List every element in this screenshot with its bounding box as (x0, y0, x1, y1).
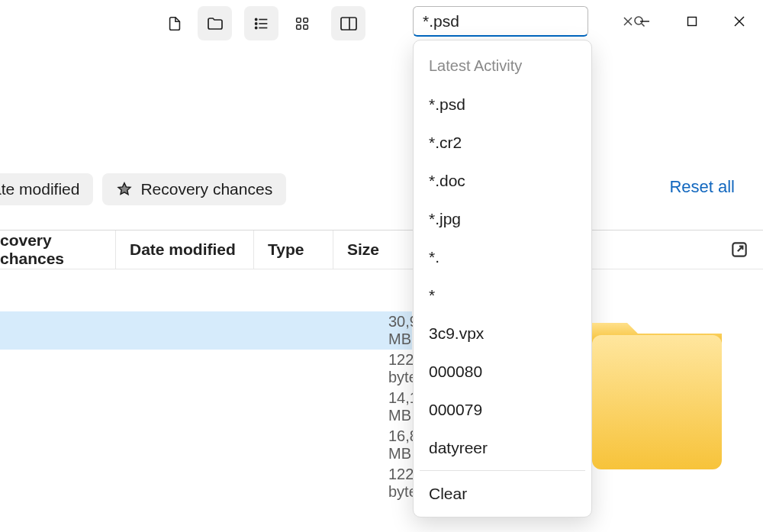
table-row[interactable]: Folder122 bytes (0, 350, 412, 388)
dropdown-header: Latest Activity (414, 48, 591, 85)
table-row[interactable]: Folder16,8 MB (0, 426, 412, 464)
svg-rect-21 (592, 335, 722, 469)
dropdown-item[interactable]: 000080 (414, 353, 591, 391)
svg-rect-7 (303, 18, 307, 22)
dropdown-clear[interactable]: Clear (414, 474, 591, 512)
cell-size: 30,9 MB (346, 313, 418, 348)
external-link-icon[interactable] (729, 240, 749, 260)
dropdown-item[interactable]: datyreer (414, 429, 591, 467)
col-recovery[interactable]: covery chances (0, 231, 116, 269)
maximize-button[interactable] (668, 0, 716, 42)
search-box[interactable] (413, 6, 588, 37)
folder-icon-button[interactable] (198, 6, 232, 40)
filter-label: ate modified (0, 180, 79, 198)
filter-label: Recovery chances (140, 180, 272, 198)
dropdown-item[interactable]: *.doc (414, 162, 591, 200)
dropdown-item[interactable]: 000079 (414, 391, 591, 429)
filter-recovery-chances[interactable]: Recovery chances (102, 173, 286, 205)
table-row[interactable]: Folder30,9 MB (0, 311, 412, 350)
svg-rect-6 (296, 18, 301, 22)
dropdown-item[interactable]: *.psd (414, 85, 591, 124)
dropdown-item[interactable]: *.jpg (414, 200, 591, 238)
folder-preview-icon (592, 318, 722, 471)
grid-view-button[interactable] (285, 6, 319, 40)
svg-point-5 (255, 27, 256, 28)
panel-view-button[interactable] (331, 6, 365, 40)
dropdown-item[interactable]: 3c9.vpx (414, 314, 591, 353)
list-view-button[interactable] (244, 6, 278, 40)
dropdown-separator (420, 470, 585, 471)
file-icon-button[interactable] (157, 6, 192, 40)
svg-point-3 (255, 18, 256, 20)
table-row[interactable]: Folder14,1 MB (0, 388, 412, 426)
dropdown-item[interactable]: *. (414, 238, 591, 276)
dropdown-item[interactable]: *.cr2 (414, 124, 591, 162)
cell-size: 14,1 MB (346, 389, 418, 424)
close-button[interactable] (716, 0, 763, 42)
star-icon (116, 181, 133, 198)
minimize-button[interactable] (621, 0, 668, 42)
dropdown-item[interactable]: * (414, 276, 591, 314)
table-row[interactable]: Folder122 bytes (0, 464, 412, 502)
filter-date-modified[interactable]: ate modified (0, 173, 93, 205)
svg-rect-9 (303, 24, 307, 29)
svg-point-4 (255, 22, 256, 24)
svg-rect-17 (688, 17, 697, 25)
cell-size: 16,8 MB (346, 427, 418, 463)
svg-rect-10 (341, 18, 356, 30)
search-input[interactable] (423, 7, 623, 35)
col-date[interactable]: Date modified (116, 231, 254, 269)
search-history-dropdown: Latest Activity *.psd*.cr2*.doc*.jpg*.*3… (413, 40, 592, 517)
col-type[interactable]: Type (254, 231, 333, 269)
svg-rect-8 (296, 24, 301, 29)
table-header: covery chances Date modified Type Size (0, 230, 763, 269)
reset-all-link[interactable]: Reset all (669, 177, 735, 197)
